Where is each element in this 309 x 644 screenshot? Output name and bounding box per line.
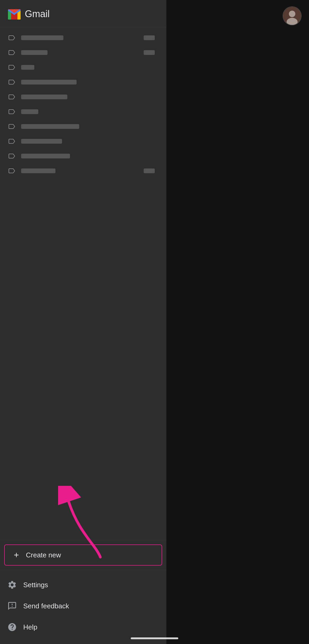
label-bar-8 — [21, 139, 62, 144]
settings-item[interactable]: Settings — [0, 574, 166, 595]
label-item-7[interactable] — [0, 119, 162, 134]
label-icon-8 — [7, 138, 16, 145]
label-icon-7 — [7, 123, 16, 130]
divider-bottom — [0, 570, 166, 570]
label-item-10[interactable] — [0, 163, 162, 178]
label-text-3 — [21, 65, 155, 70]
label-text-6 — [21, 109, 155, 114]
label-bar-1 — [21, 35, 63, 40]
label-bar-4 — [21, 80, 77, 84]
label-icon-2 — [7, 49, 16, 56]
create-new-button[interactable]: Create new — [4, 544, 162, 566]
label-text-8 — [21, 139, 155, 144]
send-feedback-label: Send feedback — [23, 602, 69, 610]
avatar[interactable] — [283, 6, 302, 25]
label-text-2 — [21, 50, 155, 55]
svg-point-3 — [283, 7, 301, 25]
label-icon-9 — [7, 152, 16, 160]
label-item-5[interactable] — [0, 90, 162, 104]
settings-icon — [7, 580, 17, 590]
gmail-logo: Gmail — [7, 8, 50, 20]
label-item-6[interactable] — [0, 104, 162, 119]
label-item-1[interactable] — [0, 30, 162, 45]
label-count-10 — [144, 168, 155, 173]
home-indicator — [131, 637, 178, 639]
label-count-1 — [144, 35, 155, 40]
label-count-2 — [144, 50, 155, 55]
drawer-header: Gmail — [0, 0, 166, 27]
label-icon-6 — [7, 108, 16, 115]
bottom-menu: Settings Send feedback Help — [0, 572, 166, 644]
settings-label: Settings — [23, 581, 48, 589]
feedback-icon — [7, 601, 17, 611]
label-item-3[interactable] — [0, 60, 162, 75]
divider-top — [0, 540, 166, 540]
help-icon — [7, 622, 17, 632]
right-panel-background — [166, 0, 309, 644]
create-new-label: Create new — [26, 551, 61, 559]
label-item-4[interactable] — [0, 75, 162, 90]
label-icon-5 — [7, 93, 16, 101]
label-text-7 — [21, 124, 155, 129]
label-icon-4 — [7, 78, 16, 86]
app-title: Gmail — [25, 8, 50, 20]
label-bar-9 — [21, 154, 70, 158]
label-item-9[interactable] — [0, 149, 162, 163]
label-icon-3 — [7, 64, 16, 71]
label-list — [0, 27, 166, 538]
label-bar-6 — [21, 109, 38, 114]
label-text-10 — [21, 168, 155, 173]
plus-icon — [12, 551, 21, 559]
label-text-4 — [21, 80, 155, 84]
label-icon-1 — [7, 34, 16, 41]
label-item-8[interactable] — [0, 134, 162, 149]
label-bar-7 — [21, 124, 79, 129]
gmail-m-icon — [7, 8, 21, 20]
help-item[interactable]: Help — [0, 617, 166, 638]
navigation-drawer: Gmail — [0, 0, 166, 644]
label-text-9 — [21, 154, 155, 158]
send-feedback-item[interactable]: Send feedback — [0, 595, 166, 617]
label-icon-10 — [7, 167, 16, 175]
label-bar-2 — [21, 50, 48, 55]
avatar-image — [283, 7, 301, 25]
label-bar-10 — [21, 168, 55, 173]
label-item-2[interactable] — [0, 45, 162, 60]
help-label: Help — [23, 623, 37, 631]
label-bar-3 — [21, 65, 34, 70]
label-text-1 — [21, 35, 155, 40]
label-bar-5 — [21, 95, 67, 99]
label-text-5 — [21, 95, 155, 99]
